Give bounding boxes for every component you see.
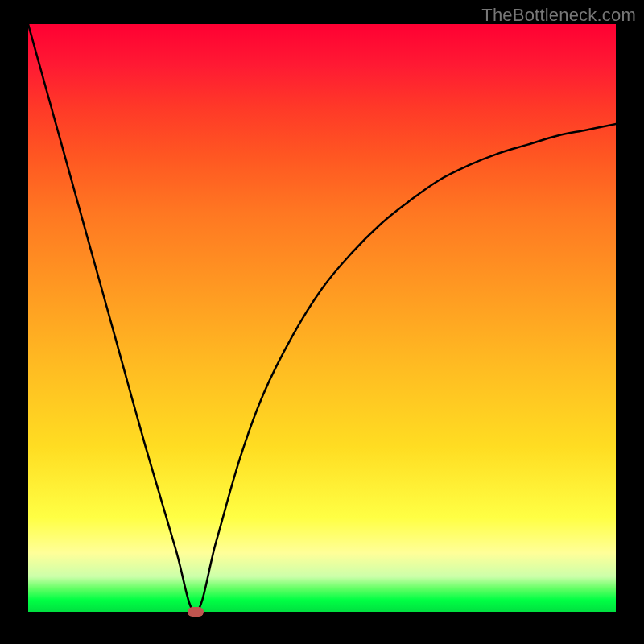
chart-frame: TheBottleneck.com [0,0,644,644]
min-marker [188,607,204,617]
watermark-text: TheBottleneck.com [481,5,636,26]
plot-area [28,24,616,612]
bottleneck-curve [28,24,616,612]
curve-svg [28,24,616,612]
